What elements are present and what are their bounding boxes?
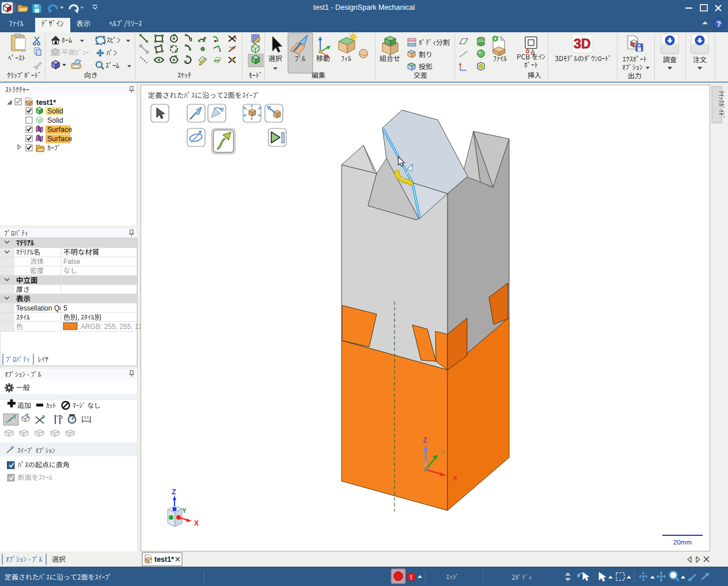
svg-text:X: X xyxy=(194,519,199,527)
svg-text:Solid: Solid xyxy=(47,107,63,115)
svg-text:3D: 3D xyxy=(574,36,590,51)
svg-text:X: X xyxy=(453,474,457,482)
svg-text:Y: Y xyxy=(441,449,445,456)
svg-text:Z: Z xyxy=(423,436,427,444)
svg-text:XX: XX xyxy=(84,415,89,419)
svg-text:ARGB: 255, 255, 128: ARGB: 255, 255, 128 xyxy=(81,323,146,331)
svg-text:!: ! xyxy=(410,574,412,581)
svg-text:Z: Z xyxy=(172,488,176,496)
svg-text:test1*: test1* xyxy=(154,555,174,564)
svg-text:Surface: Surface xyxy=(47,126,72,134)
svg-text:Surface: Surface xyxy=(47,135,72,143)
svg-text:Y: Y xyxy=(182,507,187,514)
svg-text:Solid: Solid xyxy=(47,116,63,124)
svg-text:20mm: 20mm xyxy=(673,539,692,546)
svg-text:5: 5 xyxy=(63,304,67,312)
svg-text:?: ? xyxy=(716,20,721,28)
svg-text:False: False xyxy=(63,258,81,266)
svg-text:test1 - DesignSpark Mechanical: test1 - DesignSpark Mechanical xyxy=(313,3,415,12)
svg-text:test1*: test1* xyxy=(36,99,56,107)
